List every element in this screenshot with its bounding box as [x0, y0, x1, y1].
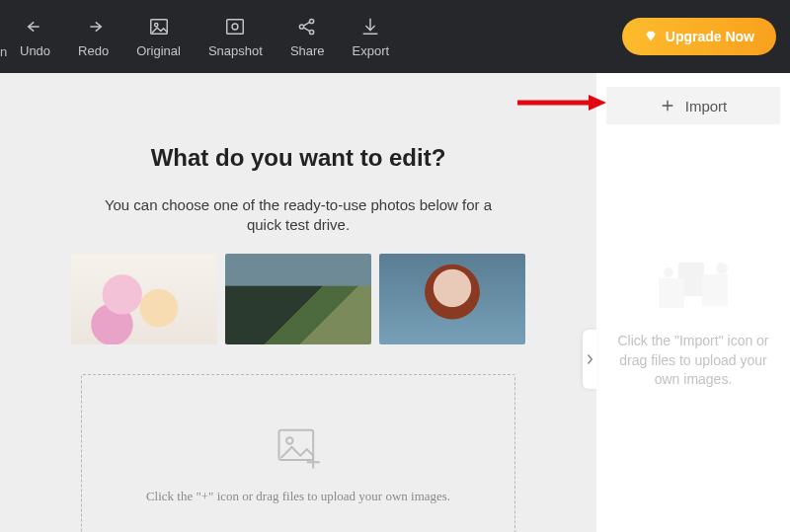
export-button[interactable]: Export — [339, 16, 404, 58]
sample-photo-landscape[interactable] — [225, 254, 371, 344]
share-icon — [296, 16, 318, 38]
svg-rect-13 — [702, 274, 728, 306]
upload-dropzone[interactable]: Click the "+" icon or drag files to uplo… — [81, 374, 515, 533]
undo-button[interactable]: Undo — [6, 16, 64, 58]
page-title: What do you want to edit? — [32, 144, 565, 172]
sample-photo-donuts[interactable] — [71, 254, 217, 344]
svg-point-1 — [154, 23, 157, 26]
plus-icon — [660, 98, 675, 114]
import-label: Import — [685, 98, 728, 114]
camera-icon — [224, 16, 246, 38]
svg-point-3 — [232, 24, 238, 30]
chevron-right-icon — [586, 353, 593, 365]
image-icon — [148, 16, 170, 38]
content-area: What do you want to edit? You can choose… — [0, 73, 790, 532]
svg-point-8 — [286, 437, 293, 444]
side-panel: Import Click the "Import" icon or drag f… — [596, 73, 790, 532]
undo-label: Undo — [20, 43, 50, 58]
svg-point-4 — [300, 24, 304, 28]
original-label: Original — [136, 43, 181, 58]
upgrade-button[interactable]: Upgrade Now — [622, 18, 776, 55]
redo-icon — [83, 16, 105, 38]
upgrade-label: Upgrade Now — [666, 29, 754, 44]
redo-button[interactable]: Redo — [64, 16, 122, 58]
svg-point-14 — [664, 267, 673, 277]
original-button[interactable]: Original — [122, 16, 195, 58]
svg-rect-12 — [659, 278, 684, 308]
import-button[interactable]: Import — [606, 87, 780, 124]
main-pane: What do you want to edit? You can choose… — [0, 73, 596, 532]
side-empty-state: Click the "Import" icon or drag files to… — [596, 253, 790, 390]
empty-images-icon — [649, 253, 738, 322]
side-empty-text: Click the "Import" icon or drag files to… — [614, 332, 772, 390]
svg-point-5 — [310, 19, 314, 23]
redo-label: Redo — [78, 43, 109, 58]
snapshot-button[interactable]: Snapshot — [195, 16, 276, 58]
share-button[interactable]: Share — [276, 16, 339, 58]
snapshot-label: Snapshot — [208, 43, 263, 58]
export-label: Export — [353, 43, 390, 58]
svg-point-15 — [716, 263, 728, 274]
sample-photo-portrait[interactable] — [379, 254, 525, 344]
sample-photos-row — [32, 254, 565, 344]
download-icon — [359, 16, 381, 38]
collapse-panel-button[interactable] — [583, 330, 596, 389]
svg-rect-2 — [227, 19, 244, 34]
share-label: Share — [290, 43, 325, 58]
page-subtext: You can choose one of the ready-to-use p… — [91, 195, 506, 236]
add-image-icon — [273, 421, 324, 473]
diamond-icon — [644, 30, 658, 43]
undo-icon — [25, 16, 46, 38]
svg-point-6 — [310, 30, 314, 34]
dropzone-text: Click the "+" icon or drag files to uplo… — [146, 489, 450, 504]
top-toolbar: n Undo Redo Original Snapshot Share Expo… — [0, 0, 790, 73]
